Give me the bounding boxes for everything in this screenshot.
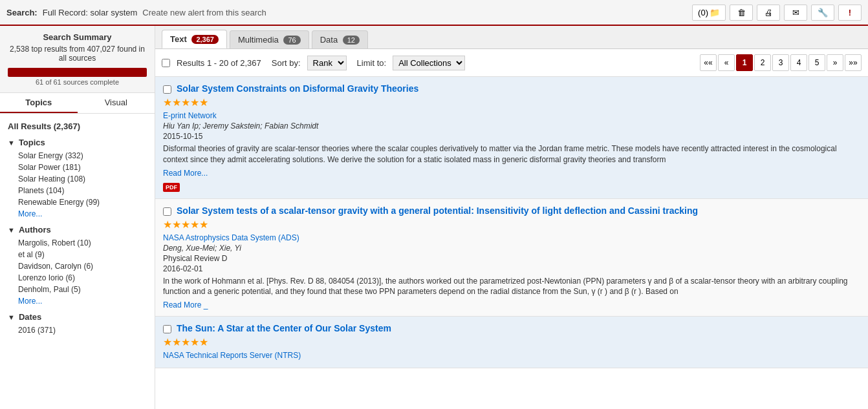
topics-group-label: Topics bbox=[19, 138, 45, 147]
table-row: Solar System tests of a scalar-tensor gr… bbox=[155, 199, 868, 317]
all-results-label[interactable]: All Results (2,367) bbox=[0, 118, 155, 135]
wrench-button[interactable]: 🔧 bbox=[811, 5, 834, 21]
sort-label: Sort by: bbox=[272, 58, 301, 68]
dates-arrow-icon: ▼ bbox=[8, 313, 15, 321]
page-1-button[interactable]: 1 bbox=[736, 54, 753, 71]
result-source[interactable]: NASA Astrophysics Data System (ADS) bbox=[163, 233, 860, 242]
result-title-link[interactable]: Solar System tests of a scalar-tensor gr… bbox=[177, 205, 698, 216]
result-stars: ★★★★★ bbox=[163, 336, 860, 348]
trash-icon: 🗑 bbox=[737, 8, 746, 17]
result-highlight: Solar System bbox=[334, 323, 391, 333]
search-value: Full Record: solar system bbox=[43, 8, 138, 17]
limit-select[interactable]: All Collections bbox=[393, 56, 465, 70]
result-title-before: The Sun: A Star at the Center of Our bbox=[177, 323, 334, 333]
sort-select[interactable]: Rank bbox=[307, 56, 347, 70]
topics-facet-group: ▼ Topics Solar Energy (332) Solar Power … bbox=[0, 135, 155, 220]
select-all-checkbox[interactable] bbox=[162, 59, 170, 67]
authors-more-link[interactable]: More... bbox=[0, 295, 155, 307]
list-item[interactable]: Denholm, Paul (5) bbox=[0, 284, 155, 295]
create-alert-link[interactable]: Create new alert from this search bbox=[142, 8, 266, 17]
print-icon: 🖨 bbox=[765, 8, 773, 17]
result-source[interactable]: NASA Technical Reports Server (NTRS) bbox=[163, 351, 860, 360]
topics-more-link[interactable]: More... bbox=[0, 208, 155, 220]
main-layout: Search Summary 2,538 top results from 40… bbox=[0, 26, 868, 409]
search-summary-title: Search Summary bbox=[8, 32, 147, 42]
page-3-button[interactable]: 3 bbox=[772, 54, 789, 71]
toolbar-right: (0) 📁 🗑 🖨 ✉ 🔧 ! bbox=[692, 5, 862, 21]
search-label: Search: bbox=[6, 8, 38, 17]
sidebar-tabs: Topics Visual bbox=[0, 93, 155, 114]
toolbar-left: Search: Full Record: solar system Create… bbox=[6, 8, 266, 17]
authors-facet-group: ▼ Authors Margolis, Robert (10) et al (9… bbox=[0, 222, 155, 307]
result-abstract: Disformal theories of gravity are scalar… bbox=[163, 143, 860, 165]
page-last-button[interactable]: »» bbox=[845, 54, 862, 71]
tab-multimedia-label: Multimedia bbox=[238, 35, 279, 45]
list-item[interactable]: Solar Energy (332) bbox=[0, 150, 155, 162]
result-source[interactable]: E-print Network bbox=[163, 111, 860, 120]
table-row: Solar System Constraints on Disformal Gr… bbox=[155, 77, 868, 199]
result-title-link[interactable]: The Sun: A Star at the Center of Our Sol… bbox=[177, 323, 391, 333]
progress-bar-fill bbox=[8, 68, 147, 77]
result-stars: ★★★★★ bbox=[163, 96, 860, 109]
info-button[interactable]: ! bbox=[838, 5, 862, 21]
table-row: The Sun: A Star at the Center of Our Sol… bbox=[155, 317, 868, 368]
read-more-link[interactable]: Read More _ bbox=[163, 300, 208, 309]
result-checkbox[interactable] bbox=[163, 325, 171, 333]
toolbar: Search: Full Record: solar system Create… bbox=[0, 0, 868, 26]
pagination: «« « 1 2 3 4 5 » »» bbox=[700, 54, 862, 71]
content-area: Text 2,367 Multimedia 76 Data 12 Results… bbox=[155, 26, 868, 409]
list-item[interactable]: Davidson, Carolyn (6) bbox=[0, 260, 155, 272]
result-date: 2016-02-01 bbox=[163, 264, 860, 273]
list-item[interactable]: Solar Power (181) bbox=[0, 162, 155, 173]
list-item[interactable]: et al (9) bbox=[0, 249, 155, 260]
limit-label: Limit to: bbox=[357, 58, 387, 68]
result-checkbox[interactable] bbox=[163, 207, 171, 216]
results-count: Results 1 - 20 of 2,367 bbox=[177, 58, 261, 68]
wrench-icon: 🔧 bbox=[818, 8, 828, 17]
tab-text[interactable]: Text 2,367 bbox=[162, 30, 227, 48]
authors-arrow-icon: ▼ bbox=[8, 226, 15, 234]
page-prev-button[interactable]: « bbox=[718, 54, 735, 71]
tab-data-label: Data bbox=[320, 35, 338, 45]
tab-multimedia[interactable]: Multimedia 76 bbox=[230, 30, 309, 48]
list-item[interactable]: 2016 (371) bbox=[0, 324, 155, 336]
page-2-button[interactable]: 2 bbox=[754, 54, 771, 71]
page-next-button[interactable]: » bbox=[827, 54, 843, 71]
page-4-button[interactable]: 4 bbox=[790, 54, 807, 71]
tab-multimedia-badge: 76 bbox=[283, 36, 300, 45]
tab-text-label: Text bbox=[170, 34, 187, 44]
list-item[interactable]: Solar Heating (108) bbox=[0, 173, 155, 185]
tab-data[interactable]: Data 12 bbox=[312, 30, 368, 48]
read-more-link[interactable]: Read More... bbox=[163, 169, 208, 178]
tab-topics[interactable]: Topics bbox=[0, 93, 78, 113]
progress-label: 61 of 61 sources complete bbox=[8, 78, 147, 86]
result-journal: Physical Review D bbox=[163, 254, 860, 263]
tab-text-badge: 2,367 bbox=[191, 35, 219, 44]
print-button[interactable]: 🖨 bbox=[757, 5, 780, 21]
list-item[interactable]: Lorenzo Iorio (6) bbox=[0, 272, 155, 284]
result-highlight: Solar System bbox=[177, 83, 234, 94]
result-authors: Deng, Xue-Mei; Xie, Yi bbox=[163, 244, 860, 253]
list-item[interactable]: Renewable Energy (99) bbox=[0, 196, 155, 208]
dates-group-header[interactable]: ▼ Dates bbox=[0, 309, 155, 324]
result-title-link[interactable]: Solar System Constraints on Disformal Gr… bbox=[177, 83, 418, 94]
trash-button[interactable]: 🗑 bbox=[730, 5, 753, 21]
result-authors: Hiu Yan Ip; Jeremy Sakstein; Fabian Schm… bbox=[163, 121, 860, 131]
counter-label: (0) bbox=[698, 8, 708, 17]
tab-data-badge: 12 bbox=[343, 36, 360, 45]
page-first-button[interactable]: «« bbox=[700, 54, 717, 71]
list-item[interactable]: Margolis, Robert (10) bbox=[0, 237, 155, 249]
result-checkbox[interactable] bbox=[163, 85, 171, 94]
list-item[interactable]: Planets (104) bbox=[0, 185, 155, 196]
info-icon: ! bbox=[849, 8, 851, 17]
email-button[interactable]: ✉ bbox=[784, 5, 807, 21]
pdf-icon[interactable]: PDF bbox=[163, 180, 860, 192]
folder-button[interactable]: (0) 📁 bbox=[692, 5, 726, 21]
result-highlight: Solar System bbox=[177, 205, 234, 216]
topics-group-header[interactable]: ▼ Topics bbox=[0, 135, 155, 150]
result-date: 2015-10-15 bbox=[163, 132, 860, 141]
result-title-after: tests of a scalar-tensor gravity with a … bbox=[234, 205, 698, 216]
page-5-button[interactable]: 5 bbox=[808, 54, 825, 71]
tab-visual[interactable]: Visual bbox=[78, 93, 155, 113]
authors-group-header[interactable]: ▼ Authors bbox=[0, 222, 155, 237]
